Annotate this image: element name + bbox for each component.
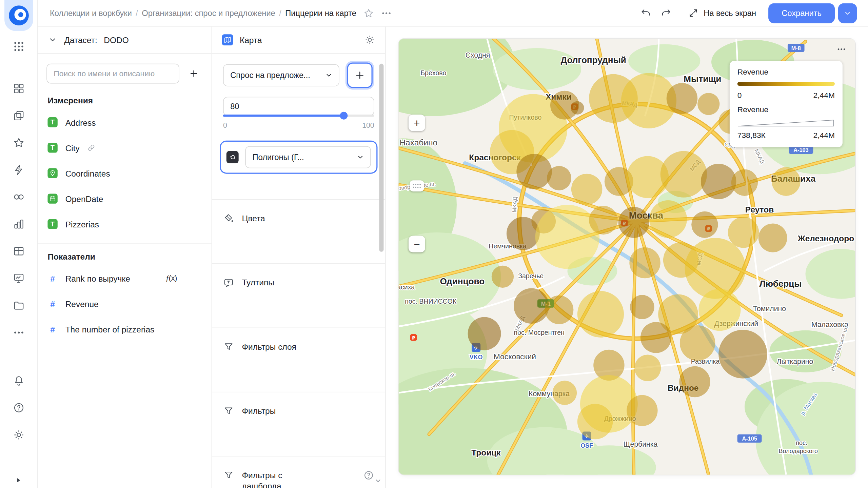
rail-editor-button[interactable] — [10, 163, 27, 177]
revenue-bubble[interactable] — [649, 200, 687, 238]
help-icon[interactable] — [363, 470, 374, 481]
revenue-bubble[interactable] — [660, 151, 707, 198]
breadcrumb-link[interactable]: Коллекции и воркбуки — [50, 8, 132, 17]
legend-color-max: 2,44M — [813, 91, 835, 100]
favorite-star-button[interactable] — [363, 7, 374, 19]
field-name: Revenue — [65, 299, 99, 308]
breadcrumb-link[interactable]: Организации: спрос и предложение — [142, 8, 275, 17]
field-search-input[interactable] — [46, 64, 179, 84]
revenue-bubble[interactable] — [697, 93, 719, 115]
revenue-bubble[interactable] — [552, 381, 577, 405]
revenue-bubble[interactable] — [589, 206, 618, 235]
section-tooltips[interactable]: Тултипы — [212, 263, 385, 327]
revenue-bubble[interactable] — [627, 395, 657, 426]
zoom-drag-handle[interactable] — [410, 180, 424, 191]
revenue-bubble[interactable] — [698, 289, 741, 331]
measure-field-rank-по-выручке[interactable]: #Rank по выручкеf(x) — [38, 266, 212, 291]
rail-dashboards-button[interactable] — [10, 272, 27, 285]
save-button[interactable]: Сохранить — [768, 3, 835, 23]
revenue-bubble[interactable] — [577, 291, 624, 338]
rail-datasets-button[interactable] — [10, 245, 27, 258]
section-colors[interactable]: Цвета — [212, 199, 385, 263]
dataset-name[interactable]: DODO — [104, 35, 129, 45]
revenue-bubble[interactable] — [701, 164, 736, 199]
gear-icon — [364, 34, 375, 45]
revenue-bubble[interactable] — [728, 217, 759, 248]
collapse-chevron-icon[interactable] — [47, 35, 57, 45]
section-dashboard-filters[interactable]: Фильтры с дашборда — [212, 456, 385, 488]
dimension-field-address[interactable]: TAddress — [38, 109, 212, 135]
dimension-field-city[interactable]: TCity — [38, 135, 212, 160]
opacity-value-box[interactable]: 80 — [223, 97, 374, 116]
rail-notifications-button[interactable] — [10, 374, 27, 387]
rings-icon — [13, 191, 25, 203]
add-field-button[interactable] — [185, 65, 202, 82]
field-search-row — [38, 54, 212, 88]
revenue-bubble[interactable] — [691, 211, 718, 238]
revenue-bubble[interactable] — [514, 288, 549, 324]
rail-workbooks-button[interactable] — [10, 82, 27, 95]
revenue-bubble[interactable] — [468, 317, 501, 350]
revenue-bubble[interactable] — [547, 166, 571, 190]
revenue-bubble[interactable] — [630, 295, 654, 319]
geometry-select[interactable]: Полигоны (Г... — [245, 146, 371, 168]
opacity-slider-track[interactable] — [223, 115, 374, 117]
section-filters[interactable]: Фильтры — [212, 392, 385, 456]
panel-scrollbar[interactable] — [379, 64, 383, 252]
revenue-bubble[interactable] — [758, 224, 787, 252]
datalens-logo[interactable] — [4, 0, 33, 31]
add-layer-button[interactable] — [347, 62, 373, 88]
rail-connections-button[interactable] — [10, 299, 27, 312]
scroll-down-chevron-icon[interactable] — [374, 476, 382, 485]
revenue-bubble[interactable] — [516, 154, 552, 189]
measure-field-the-number-of-pizzerias[interactable]: #The number of pizzerias — [38, 317, 212, 342]
rail-collections-button[interactable] — [10, 109, 27, 122]
revenue-bubble[interactable] — [634, 355, 661, 381]
revenue-bubble[interactable] — [731, 169, 758, 196]
rail-more-button[interactable] — [10, 326, 27, 339]
revenue-bubble[interactable] — [577, 404, 613, 439]
redo-button[interactable] — [660, 7, 672, 19]
zoom-in-button[interactable]: + — [409, 115, 425, 131]
save-menu-button[interactable] — [838, 3, 857, 23]
revenue-bubble[interactable] — [629, 247, 660, 278]
legend-color-title: Revenue — [737, 67, 835, 76]
revenue-bubble[interactable] — [535, 205, 599, 269]
zoom-out-button[interactable]: − — [409, 236, 425, 252]
legend-color-min: 0 — [737, 91, 742, 100]
rail-charts-button[interactable] — [10, 218, 27, 231]
fullscreen-button[interactable]: На весь экран — [688, 8, 756, 18]
measure-field-revenue[interactable]: #Revenue — [38, 291, 212, 317]
dimension-field-coordinates[interactable]: Coordinates — [38, 160, 212, 186]
revenue-bubble[interactable] — [679, 366, 710, 397]
tooltip-icon — [223, 277, 234, 288]
dimension-field-opendate[interactable]: OpenDate — [38, 186, 212, 211]
revenue-bubble[interactable] — [618, 207, 649, 238]
more-actions-button[interactable] — [381, 7, 392, 19]
revenue-bubble[interactable] — [640, 322, 671, 353]
rail-expand-button[interactable] — [13, 476, 23, 485]
undo-button[interactable] — [640, 7, 652, 19]
revenue-bubble[interactable] — [571, 101, 584, 115]
revenue-bubble[interactable] — [492, 266, 514, 288]
left-rail — [0, 0, 38, 488]
rail-apps-button[interactable] — [10, 40, 27, 53]
rail-settings-button[interactable] — [10, 428, 27, 442]
rail-monitoring-button[interactable] — [10, 190, 27, 204]
opacity-slider-handle[interactable] — [340, 112, 348, 120]
chart-settings-button[interactable] — [364, 34, 375, 45]
revenue-bubble[interactable] — [680, 325, 715, 361]
star-icon — [13, 137, 25, 149]
section-layer-filters[interactable]: Фильтры слоя — [212, 328, 385, 392]
revenue-bubble[interactable] — [571, 174, 602, 205]
revenue-bubble[interactable] — [718, 330, 767, 379]
rail-favorites-button[interactable] — [10, 136, 27, 149]
revenue-bubble[interactable] — [667, 83, 697, 114]
revenue-bubble[interactable] — [772, 167, 801, 196]
revenue-bubble[interactable] — [545, 296, 574, 324]
rail-help-button[interactable] — [10, 401, 27, 414]
dimension-field-pizzerias[interactable]: TPizzerias — [38, 211, 212, 237]
map-more-button[interactable] — [833, 43, 850, 55]
layer-select[interactable]: Спрос на предложе... — [223, 64, 339, 86]
link-icon — [87, 144, 95, 151]
